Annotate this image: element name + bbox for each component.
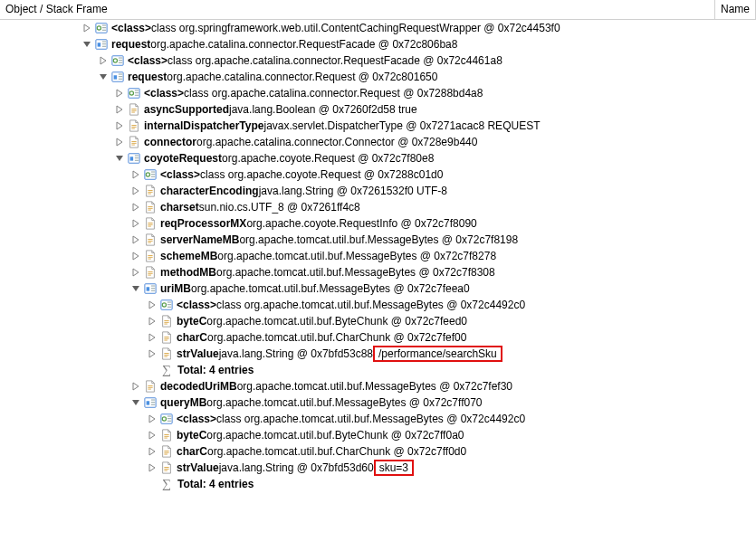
file-icon — [159, 314, 174, 328]
expander-closed-icon[interactable] — [130, 218, 141, 229]
node-detail: class org.apache.catalina.connector.Requ… — [167, 54, 502, 67]
header-name[interactable]: Name — [715, 0, 756, 19]
expander-closed-icon[interactable] — [130, 169, 141, 180]
expander-closed-icon[interactable] — [130, 381, 141, 392]
tree-row[interactable]: byteC org.apache.tomcat.util.buf.ByteChu… — [0, 313, 756, 329]
expander-closed-icon[interactable] — [130, 185, 141, 196]
tree-row[interactable]: reqProcessorMX org.apache.coyote.Request… — [0, 215, 756, 232]
node-name: <class> — [111, 22, 151, 34]
tree-row[interactable]: schemeMB org.apache.tomcat.util.buf.Mess… — [0, 248, 756, 264]
file-icon — [143, 379, 158, 394]
node-detail: java.lang.String @ 0x7bfd53c88 — [219, 347, 373, 360]
expander-closed-icon[interactable] — [130, 234, 141, 245]
tree-row[interactable]: decodedUriMB org.apache.tomcat.util.buf.… — [0, 378, 756, 394]
tree-row[interactable]: charset sun.nio.cs.UTF_8 @ 0x7261ff4c8 — [0, 199, 756, 215]
expander-closed-icon[interactable] — [114, 120, 125, 131]
node-name: methodMB — [160, 266, 216, 279]
node-name: charC — [177, 331, 207, 344]
tree-row[interactable]: <class> class org.apache.tomcat.util.buf… — [0, 411, 756, 427]
file-icon — [143, 265, 158, 280]
node-name: charset — [160, 201, 199, 214]
file-icon — [127, 119, 141, 133]
expander-open-icon[interactable] — [98, 71, 109, 82]
expander-closed-icon[interactable] — [147, 446, 158, 457]
expander-closed-icon[interactable] — [147, 299, 158, 310]
tree-row[interactable]: connector org.apache.catalina.connector.… — [0, 134, 756, 150]
tree-row[interactable]: strValue java.lang.String @ 0x7bfd53d60 … — [0, 460, 756, 476]
file-icon — [159, 347, 174, 361]
tree-row[interactable]: uriMB org.apache.tomcat.util.buf.Message… — [0, 280, 756, 297]
tree-row[interactable]: <class> class org.apache.catalina.connec… — [0, 52, 756, 69]
total-label: Total: 4 entries — [177, 478, 254, 490]
expander-closed-icon[interactable] — [114, 104, 125, 115]
file-icon — [159, 330, 174, 345]
tree-rows: <class> class org.springframework.web.ut… — [0, 20, 756, 492]
node-detail: org.apache.tomcat.util.buf.MessageBytes … — [217, 250, 496, 262]
tree-row[interactable]: characterEncoding java.lang.String @ 0x7… — [0, 183, 756, 199]
tree-row[interactable]: methodMB org.apache.tomcat.util.buf.Mess… — [0, 264, 756, 280]
tree-row[interactable]: request org.apache.catalina.connector.Re… — [0, 36, 756, 52]
class-icon — [110, 53, 125, 68]
node-name: <class> — [160, 168, 200, 181]
tree-row[interactable]: request org.apache.catalina.connector.Re… — [0, 69, 756, 85]
expander-closed-icon[interactable] — [130, 202, 141, 213]
node-detail: class org.springframework.web.util.Conte… — [151, 22, 560, 34]
tree-row[interactable]: <class> class org.springframework.web.ut… — [0, 20, 756, 36]
header-object-stack[interactable]: Object / Stack Frame — [0, 0, 715, 19]
expander-closed-icon[interactable] — [147, 430, 158, 441]
file-icon — [143, 184, 158, 198]
node-detail: org.apache.coyote.Request @ 0x72c7f80e8 — [222, 152, 434, 165]
node-detail: sun.nio.cs.UTF_8 @ 0x7261ff4c8 — [199, 201, 360, 214]
tree-row[interactable]: internalDispatcherType javax.servlet.Dis… — [0, 118, 756, 134]
tree-row[interactable]: ∑Total: 4 entries — [0, 362, 756, 378]
node-name: schemeMB — [160, 250, 217, 262]
expander-closed-icon[interactable] — [81, 23, 92, 33]
node-name: strValue — [177, 347, 219, 360]
node-detail: org.apache.tomcat.util.buf.MessageBytes … — [216, 266, 495, 279]
node-name: byteC — [177, 315, 206, 328]
expander-closed-icon[interactable] — [147, 332, 158, 343]
expander-closed-icon[interactable] — [147, 462, 158, 473]
node-detail: java.lang.String @ 0x7bfd53d60 — [219, 461, 374, 474]
file-icon — [143, 249, 158, 263]
file-icon — [159, 428, 174, 442]
object-icon — [143, 395, 158, 410]
tree-row[interactable]: <class> class org.apache.catalina.connec… — [0, 85, 756, 101]
object-icon — [94, 37, 109, 52]
tree-row[interactable]: <class> class org.apache.coyote.Request … — [0, 166, 756, 183]
tree-row[interactable]: charC org.apache.tomcat.util.buf.CharChu… — [0, 443, 756, 460]
node-name: uriMB — [160, 282, 191, 295]
expander-closed-icon[interactable] — [147, 348, 158, 359]
tree-row[interactable]: asyncSupported java.lang.Boolean @ 0x726… — [0, 101, 756, 118]
tree-row[interactable]: ∑Total: 4 entries — [0, 476, 756, 492]
expander-closed-icon[interactable] — [147, 316, 158, 327]
tree-row[interactable]: <class> class org.apache.tomcat.util.buf… — [0, 297, 756, 313]
node-detail: org.apache.tomcat.util.buf.MessageBytes … — [239, 233, 518, 246]
tree-row[interactable]: queryMB org.apache.tomcat.util.buf.Messa… — [0, 394, 756, 411]
expander-closed-icon[interactable] — [98, 55, 109, 66]
node-name: strValue — [177, 461, 219, 474]
node-name: byteC — [177, 429, 206, 442]
tree-row[interactable]: serverNameMB org.apache.tomcat.util.buf.… — [0, 232, 756, 248]
expander-open-icon[interactable] — [130, 397, 141, 408]
file-icon — [159, 461, 174, 475]
tree-row[interactable]: strValue java.lang.String @ 0x7bfd53c88 … — [0, 346, 756, 362]
expander-closed-icon[interactable] — [114, 88, 125, 99]
expander-closed-icon[interactable] — [147, 413, 158, 424]
tree-row[interactable]: coyoteRequest org.apache.coyote.Request … — [0, 150, 756, 166]
file-icon — [159, 444, 174, 459]
expander-closed-icon[interactable] — [130, 251, 141, 261]
expander-open-icon[interactable] — [130, 283, 141, 294]
tree-row[interactable]: byteC org.apache.tomcat.util.buf.ByteChu… — [0, 427, 756, 443]
object-icon — [143, 281, 158, 296]
expander-closed-icon[interactable] — [114, 137, 125, 147]
tree-row[interactable]: charC org.apache.tomcat.util.buf.CharChu… — [0, 329, 756, 346]
expander-closed-icon[interactable] — [130, 267, 141, 278]
node-detail: java.lang.String @ 0x7261532f0 UTF-8 — [259, 185, 447, 197]
expander-open-icon[interactable] — [114, 153, 125, 164]
node-detail: org.apache.tomcat.util.buf.ByteChunk @ 0… — [206, 315, 467, 328]
expander-open-icon[interactable] — [81, 39, 92, 50]
node-detail: java.lang.Boolean @ 0x7260f2d58 true — [229, 103, 417, 116]
node-name: decodedUriMB — [160, 380, 237, 393]
node-detail: org.apache.tomcat.util.buf.MessageBytes … — [237, 380, 512, 393]
